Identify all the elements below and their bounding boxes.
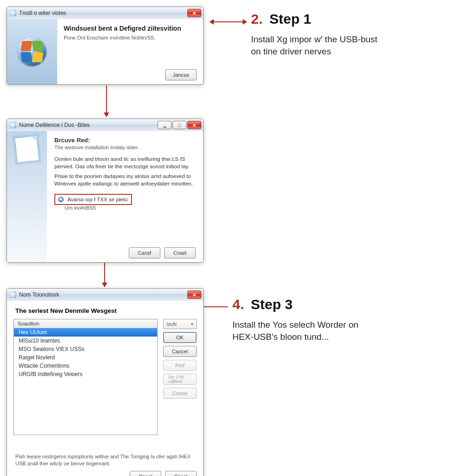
step-1-callout: 2. Step 1 Install Xg impor w' the USB-bu… [251, 11, 377, 57]
window2-paragraph-1: Oonlen bule and blocin asnd tic so inell… [54, 156, 196, 170]
window2-highlighted-option[interactable]: Avarso iop f TXX se piekc [54, 194, 132, 205]
step-1-body-line2: on tine driver nerves [251, 46, 331, 56]
window2-back-button[interactable]: Cansf [129, 247, 160, 258]
arrow-step1-to-window1 [209, 19, 247, 25]
window2-titlebar[interactable]: Nome Dellilence I Dus -Biles [7, 119, 203, 131]
window2-app-icon [10, 122, 16, 128]
chevron-down-icon: ▾ [191, 322, 193, 326]
step-1-body: Install Xg impor w' the USB-bust on tine… [251, 33, 377, 57]
list-item[interactable]: Hes UUlum [14, 328, 157, 337]
step-1-number: 2. [251, 11, 263, 27]
window2-title: Nome Dellilence I Dus -Biles [19, 122, 158, 128]
window1-headline: Windsuest bent a Defigred ziitesvition [64, 25, 197, 32]
window3-footnote: Pish leeare restirgems inptoptionly witl… [15, 453, 195, 467]
window1-titlebar[interactable]: Tnstll o witer vistes [7, 7, 203, 19]
step-3-callout: 4. Step 3 Install the Yos selech Worder … [232, 297, 358, 343]
step-3-title: Step 3 [251, 297, 292, 312]
window3-cancel-button[interactable]: Cancel [163, 346, 197, 357]
installer-dialog-1: Tnstll o witer vistes Windsuest bent a D… [7, 7, 204, 85]
window3-pref-button[interactable]: Prnf [163, 360, 197, 371]
window1-close-button[interactable] [187, 9, 201, 17]
window3-ok-button[interactable]: OK [163, 332, 197, 343]
step-3-number: 4. [232, 297, 244, 312]
window3-headline: The serlest New Denmile Wesgest [15, 307, 197, 314]
window3-conn-button[interactable]: Conrer [163, 388, 197, 399]
window2-minimize-button[interactable] [158, 121, 172, 129]
list-item[interactable]: MISsi10 Ieamtes [14, 337, 157, 345]
document-icon [14, 136, 39, 163]
window2-paragraph-2: Prisie to the poorien dadayies iny alols… [54, 173, 196, 187]
window1-title: Tnstll o witer vistes [19, 10, 187, 16]
step-1-title: Step 1 [269, 11, 311, 27]
window3-footer-back-button[interactable]: Cneel [130, 471, 161, 476]
window3-app-icon [10, 291, 16, 298]
step-3-body-line2: HEX-USB's bloon tund... [232, 332, 329, 342]
installer-dialog-2: Nome Dellilence I Dus -Biles Brcuve Red:… [7, 119, 204, 263]
window1-side-banner [7, 19, 57, 84]
list-item[interactable]: MSG Seailons VIEX USSs [14, 345, 157, 353]
window3-see-button[interactable]: Ser Chd Uilfftrml [163, 374, 197, 385]
window3-type-select[interactable]: Isufc ▾ [163, 319, 197, 329]
window2-cancel-button[interactable]: Cnsel [164, 247, 196, 258]
window1-ok-button[interactable]: Jancsa [165, 69, 197, 80]
windows-orb-icon [18, 37, 46, 66]
window3-close-button[interactable] [187, 291, 201, 299]
window2-close-button[interactable] [187, 121, 201, 129]
window3-footer-cancel-button[interactable]: Cnsel [165, 471, 197, 476]
select-label: Isufc [166, 321, 177, 327]
window2-radio-label: Avarso iop f TXX se piekc [67, 197, 128, 202]
step-3-body: Install the Yos selech Worder on HEX-USB… [232, 319, 358, 343]
window2-side-banner [7, 131, 47, 262]
window3-title: Nom Tcionobork [19, 291, 187, 298]
device-listbox[interactable]: Soauttion Hes UUlum MISsi10 Ieamtes MSG … [13, 319, 158, 435]
radio-icon[interactable] [58, 197, 64, 202]
list-item[interactable]: URGfB Indtefineg Veioers [14, 370, 157, 378]
window2-maximize-button[interactable] [172, 121, 186, 129]
window1-app-icon [10, 10, 16, 16]
listbox-header[interactable]: Soauttion [14, 319, 157, 328]
window3-button-column: Isufc ▾ OK Cancel Prnf Ser Chd Uilfftrml… [163, 319, 197, 449]
list-item[interactable]: Witacile Comentinns [14, 362, 157, 370]
arrow-window1-to-window2 [103, 86, 110, 117]
step-3-body-line1: Install the Yos selech Worder on [232, 320, 358, 330]
window3-titlebar[interactable]: Nom Tcionobork [7, 289, 203, 301]
window1-subtext: Pone Ont Enschare invinttine Noblin/SS. [64, 35, 197, 40]
window2-headline: Brcuve Red: [54, 137, 196, 144]
list-item[interactable]: Raigel Nsvlerd [14, 353, 157, 362]
window2-uninstall-label: Um inoihtBS5 [65, 205, 196, 211]
window2-subtext: The westove installation Inolaly slder. [54, 145, 196, 150]
step-1-body-line1: Install Xg impor w' the USB-bust [251, 34, 377, 44]
device-select-dialog: Nom Tcionobork The serlest New Denmile W… [7, 288, 204, 476]
